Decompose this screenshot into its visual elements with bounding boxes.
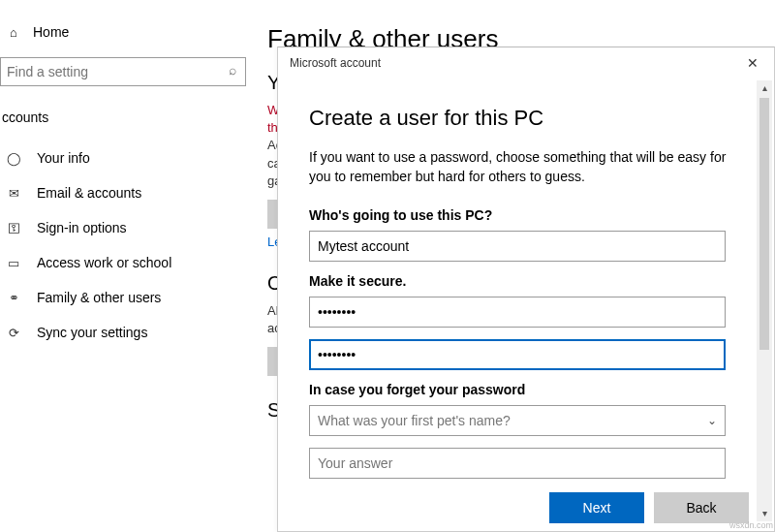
chevron-down-icon: ⌄ <box>707 414 717 427</box>
watermark: wsxdn.com <box>729 520 773 530</box>
forget-label: In case you forget your password <box>309 382 735 397</box>
settings-sidebar: ⌂ Home ⌕ ccounts ◯ Your info ✉ Email & a… <box>0 0 252 532</box>
sidebar-item-family-other-users[interactable]: ⚭ Family & other users <box>0 280 252 315</box>
home-nav[interactable]: ⌂ Home <box>0 24 252 57</box>
next-button[interactable]: Next <box>549 492 644 523</box>
scroll-up-icon[interactable]: ▴ <box>757 80 772 96</box>
home-label: Home <box>33 24 69 40</box>
section-label-accounts: ccounts <box>0 102 252 141</box>
sidebar-item-sign-in-options[interactable]: ⚿ Sign-in options <box>0 210 252 245</box>
dialog-title: Microsoft account <box>290 56 381 70</box>
security-question-select[interactable]: What was your first pet's name? ⌄ <box>309 405 726 436</box>
sidebar-item-label: Family & other users <box>37 290 161 305</box>
home-icon: ⌂ <box>6 25 21 40</box>
sidebar-item-label: Your info <box>37 150 90 166</box>
sidebar-item-your-info[interactable]: ◯ Your info <box>0 141 252 175</box>
security-question-placeholder: What was your first pet's name? <box>318 413 511 428</box>
search-input[interactable] <box>0 57 246 86</box>
user-icon: ◯ <box>6 151 21 166</box>
sidebar-item-email-accounts[interactable]: ✉ Email & accounts <box>0 175 252 210</box>
search-wrap: ⌕ <box>0 57 250 86</box>
scrollbar-thumb[interactable] <box>760 98 769 350</box>
close-icon[interactable]: ✕ <box>741 55 764 71</box>
secure-label: Make it secure. <box>309 273 735 289</box>
scrollbar[interactable]: ▴ ▾ <box>757 80 772 521</box>
sidebar-item-label: Email & accounts <box>37 185 141 201</box>
sidebar-item-label: Sync your settings <box>37 325 147 340</box>
dialog-intro: If you want to use a password, choose so… <box>309 148 735 186</box>
confirm-password-input[interactable] <box>309 339 726 370</box>
microsoft-account-dialog: Microsoft account ✕ ▴ ▾ Create a user fo… <box>277 47 775 532</box>
who-label: Who's going to use this PC? <box>309 207 735 223</box>
briefcase-icon: ▭ <box>6 256 21 270</box>
sidebar-item-sync-settings[interactable]: ⟳ Sync your settings <box>0 315 252 350</box>
sidebar-item-label: Access work or school <box>37 255 171 270</box>
key-icon: ⚿ <box>6 221 21 235</box>
dialog-footer: Next Back <box>278 485 774 531</box>
dialog-body: Create a user for this PC If you want to… <box>278 77 757 485</box>
sync-icon: ⟳ <box>6 326 21 340</box>
password-input[interactable] <box>309 297 726 328</box>
sidebar-item-access-work-school[interactable]: ▭ Access work or school <box>0 245 252 280</box>
mail-icon: ✉ <box>6 186 21 201</box>
dialog-heading: Create a user for this PC <box>309 106 735 131</box>
sidebar-item-label: Sign-in options <box>37 220 127 235</box>
back-button[interactable]: Back <box>654 492 749 523</box>
username-input[interactable] <box>309 231 726 262</box>
dialog-titlebar: Microsoft account ✕ <box>278 47 774 78</box>
family-icon: ⚭ <box>6 291 21 305</box>
security-answer-input[interactable] <box>309 448 726 479</box>
